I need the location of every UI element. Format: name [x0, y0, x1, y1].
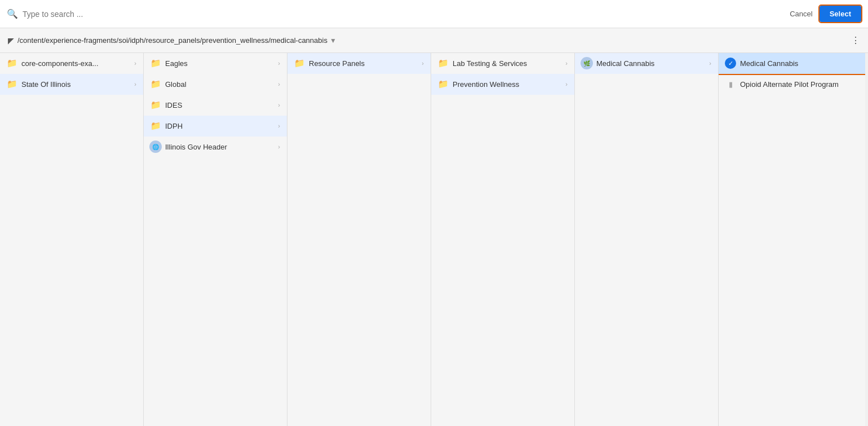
chevron-right-icon: › — [565, 60, 568, 67]
item-label: IDES — [165, 101, 273, 109]
columns-area: 📁 core-components-exa... › 📁 State Of Il… — [0, 53, 868, 426]
list-item[interactable]: 🌐 Illinois Gov Header › — [144, 137, 287, 157]
folder-icon: 📁 — [438, 58, 448, 68]
chevron-right-icon: › — [565, 81, 568, 87]
list-item-selected[interactable]: ✓ Medical Cannabis — [719, 53, 865, 74]
item-label: Prevention Wellness — [453, 80, 561, 89]
list-item[interactable]: 📁 core-components-exa... › — [0, 53, 143, 74]
list-item[interactable]: ▮ Opioid Alternate Pilot Program — [719, 74, 865, 95]
item-label: core-components-exa... — [21, 59, 130, 68]
breadcrumb-dropdown-icon[interactable]: ▼ — [330, 37, 336, 45]
globe-icon: 🌐 — [150, 142, 161, 152]
list-item[interactable]: 🌿 Medical Cannabis › — [575, 53, 718, 74]
breadcrumb-left: ◤ /content/experience-fragments/soi/idph… — [8, 36, 336, 45]
folder-icon: 📁 — [150, 58, 161, 68]
list-item[interactable]: 📁 Lab Testing & Services › — [431, 53, 574, 74]
chevron-right-icon: › — [134, 60, 136, 67]
check-icon: ✓ — [725, 58, 736, 68]
page-icon: ▮ — [725, 79, 736, 89]
breadcrumb-bar: ◤ /content/experience-fragments/soi/idph… — [0, 28, 868, 53]
chevron-right-icon: › — [278, 143, 280, 150]
item-label: State Of Illinois — [21, 80, 130, 89]
folder-icon: 📁 — [150, 100, 161, 110]
chevron-right-icon: › — [709, 60, 711, 67]
columns-view-icon[interactable]: ⋮ — [851, 35, 860, 46]
column-3: 📁 Resource Panels › — [287, 53, 431, 426]
item-label: Global — [165, 80, 273, 89]
medical-cannabis-icon: 🌿 — [582, 58, 592, 68]
breadcrumb-path: /content/experience-fragments/soi/idph/r… — [17, 36, 336, 45]
chevron-right-icon: › — [278, 102, 280, 108]
folder-icon: 📁 — [294, 58, 304, 68]
breadcrumb-text: /content/experience-fragments/soi/idph/r… — [17, 36, 327, 45]
list-item[interactable]: 📁 Global › — [144, 74, 287, 95]
list-item[interactable]: 📁 Prevention Wellness › — [431, 74, 574, 95]
cancel-button[interactable]: Cancel — [783, 6, 819, 21]
item-label: Resource Panels — [309, 59, 417, 68]
list-item[interactable]: 📁 Resource Panels › — [287, 53, 431, 74]
item-label: Opioid Alternate Pilot Program — [740, 80, 858, 89]
column-2: 📁 Eagles › 📁 Global › 📁 IDES › 📁 IDPH › … — [144, 53, 287, 426]
folder-icon: 📁 — [7, 79, 17, 89]
item-label: Eagles — [165, 59, 273, 68]
folder-icon: 📁 — [150, 121, 161, 131]
column-5: 🌿 Medical Cannabis › — [575, 53, 719, 426]
item-label: Medical Cannabis — [596, 59, 705, 68]
folder-icon: 📁 — [150, 79, 161, 89]
search-bar: 🔍 Cancel Select — [0, 0, 868, 28]
column-6: ✓ Medical Cannabis ▮ Opioid Alternate Pi… — [719, 53, 865, 426]
item-label: Illinois Gov Header — [165, 143, 273, 151]
chevron-right-icon: › — [278, 122, 280, 129]
select-button[interactable]: Select — [820, 6, 861, 22]
sidebar-toggle-icon[interactable]: ◤ — [8, 36, 14, 45]
item-label: Lab Testing & Services — [453, 59, 561, 68]
chevron-right-icon: › — [134, 81, 136, 87]
chevron-right-icon: › — [278, 81, 280, 87]
list-item[interactable]: 📁 IDES › — [144, 95, 287, 116]
list-item[interactable]: 📁 IDPH › — [144, 116, 287, 137]
list-item[interactable]: 📁 Eagles › — [144, 53, 287, 74]
chevron-right-icon: › — [278, 60, 280, 67]
folder-icon: 📁 — [438, 79, 448, 89]
column-4: 📁 Lab Testing & Services › 📁 Prevention … — [431, 53, 575, 426]
chevron-right-icon: › — [422, 60, 424, 67]
column-1: 📁 core-components-exa... › 📁 State Of Il… — [0, 53, 144, 426]
list-item[interactable]: 📁 State Of Illinois › — [0, 74, 143, 95]
item-label: IDPH — [165, 122, 273, 130]
item-label: Medical Cannabis — [740, 59, 858, 68]
search-input[interactable] — [23, 10, 783, 19]
folder-icon: 📁 — [7, 58, 17, 68]
search-icon: 🔍 — [7, 8, 18, 19]
